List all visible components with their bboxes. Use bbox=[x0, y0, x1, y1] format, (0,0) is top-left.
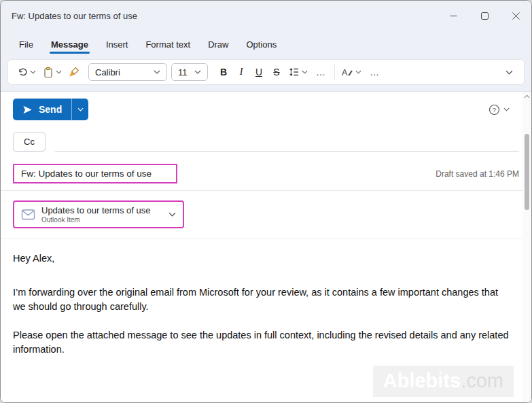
tab-draw[interactable]: Draw bbox=[199, 34, 237, 56]
font-name-value: Calibri bbox=[95, 67, 120, 77]
clipboard-icon bbox=[43, 67, 54, 78]
recipient-row: Cc bbox=[1, 123, 531, 152]
underline-button[interactable]: U bbox=[250, 63, 268, 81]
cc-button[interactable]: Cc bbox=[13, 132, 46, 152]
compose-content: Send ? Cc bbox=[1, 92, 531, 403]
tab-file[interactable]: File bbox=[10, 34, 42, 56]
chevron-down-icon bbox=[302, 70, 308, 74]
undo-icon bbox=[17, 67, 28, 77]
italic-button[interactable]: I bbox=[232, 63, 250, 81]
attachment-type-label: Outlook Item bbox=[41, 216, 150, 224]
font-size-value: 11 bbox=[178, 67, 188, 77]
send-button-label: Send bbox=[39, 104, 62, 115]
chevron-down-icon bbox=[355, 70, 361, 74]
draft-saved-status: Draft saved at 1:46 PM bbox=[436, 169, 519, 179]
paste-button[interactable] bbox=[39, 64, 65, 81]
attachment-options-dropdown[interactable] bbox=[158, 212, 176, 217]
subject-highlight-annotation: Fw: Updates to our terms of use bbox=[13, 164, 177, 183]
toolbar-collapse-button[interactable] bbox=[500, 67, 518, 77]
vertical-scrollbar[interactable] bbox=[522, 92, 531, 403]
chevron-down-icon bbox=[77, 107, 84, 111]
more-toolbar-options-button[interactable]: … bbox=[365, 67, 385, 77]
help-button[interactable]: ? bbox=[489, 104, 510, 116]
font-name-select[interactable]: Calibri bbox=[88, 63, 167, 81]
ribbon-tab-bar: File Message Insert Format text Draw Opt… bbox=[1, 31, 531, 56]
formatting-toolbar: Calibri 11 B I U S bbox=[7, 59, 525, 85]
titlebar: Fw: Updates to our terms of use bbox=[1, 1, 531, 31]
watermark-suffix: .com bbox=[461, 370, 503, 391]
chevron-down-icon bbox=[503, 107, 510, 111]
line-spacing-button[interactable] bbox=[285, 64, 311, 80]
send-icon bbox=[22, 105, 33, 115]
tab-options[interactable]: Options bbox=[237, 34, 285, 56]
help-icon: ? bbox=[489, 104, 500, 116]
close-button[interactable] bbox=[500, 1, 531, 31]
maximize-icon bbox=[481, 12, 489, 20]
send-split-button: Send bbox=[13, 99, 88, 120]
subject-field[interactable]: Fw: Updates to our terms of use bbox=[21, 169, 152, 179]
attachment-title: Updates to our terms of use bbox=[41, 205, 150, 215]
maximize-button[interactable] bbox=[469, 1, 500, 31]
attachment-row: Updates to our terms of use Outlook Item bbox=[1, 191, 531, 239]
tab-insert[interactable]: Insert bbox=[97, 34, 137, 56]
ablebits-watermark: Ablebits.com bbox=[373, 366, 514, 397]
message-body-editor[interactable]: Hey Alex, I’m forwarding over the origin… bbox=[1, 239, 531, 357]
chevron-down-icon bbox=[194, 70, 201, 74]
more-formatting-options-button[interactable]: … bbox=[311, 67, 331, 77]
svg-text:?: ? bbox=[493, 106, 496, 113]
subject-row: Fw: Updates to our terms of use Draft sa… bbox=[1, 157, 531, 191]
tab-format-text[interactable]: Format text bbox=[137, 34, 199, 56]
minimize-button[interactable] bbox=[438, 1, 469, 31]
send-options-dropdown[interactable] bbox=[71, 99, 88, 120]
chevron-down-icon bbox=[56, 70, 62, 74]
recipients-field[interactable] bbox=[55, 130, 519, 152]
window-controls bbox=[438, 1, 531, 31]
scroll-up-arrow[interactable] bbox=[524, 94, 530, 99]
toolbar-row: Calibri 11 B I U S bbox=[1, 56, 531, 92]
chevron-down-icon bbox=[154, 70, 160, 74]
text-styles-button[interactable]: A bbox=[338, 64, 365, 80]
attached-email-card[interactable]: Updates to our terms of use Outlook Item bbox=[13, 200, 184, 228]
bold-button[interactable]: B bbox=[215, 63, 232, 81]
attachment-info: Updates to our terms of use Outlook Item bbox=[41, 205, 150, 224]
tab-message[interactable]: Message bbox=[42, 34, 97, 56]
minimize-icon bbox=[450, 12, 457, 20]
watermark-name: Ablebits bbox=[383, 370, 461, 391]
body-greeting: Hey Alex, bbox=[13, 251, 511, 266]
format-painter-icon bbox=[69, 67, 79, 77]
text-styles-icon: A bbox=[342, 67, 353, 77]
font-size-select[interactable]: 11 bbox=[171, 63, 208, 81]
send-row: Send ? bbox=[1, 92, 531, 123]
body-paragraph-2: Please open the attached message to see … bbox=[13, 328, 511, 357]
envelope-icon bbox=[21, 208, 35, 221]
close-icon bbox=[512, 12, 520, 20]
outlook-compose-window: Fw: Updates to our terms of use File Mes… bbox=[0, 0, 532, 403]
line-spacing-icon bbox=[289, 67, 300, 77]
format-painter-button[interactable] bbox=[65, 64, 83, 80]
chevron-down-icon bbox=[30, 70, 36, 74]
send-button[interactable]: Send bbox=[13, 99, 71, 120]
strikethrough-button[interactable]: S bbox=[268, 63, 285, 81]
undo-button[interactable] bbox=[14, 64, 39, 80]
scrollbar-thumb[interactable] bbox=[525, 134, 529, 210]
body-paragraph-1: I’m forwarding over the original email f… bbox=[13, 285, 511, 314]
chevron-down-icon bbox=[506, 70, 513, 75]
window-title: Fw: Updates to our terms of use bbox=[1, 11, 137, 21]
toolbar-divider bbox=[334, 65, 335, 80]
svg-text:A: A bbox=[342, 68, 348, 77]
